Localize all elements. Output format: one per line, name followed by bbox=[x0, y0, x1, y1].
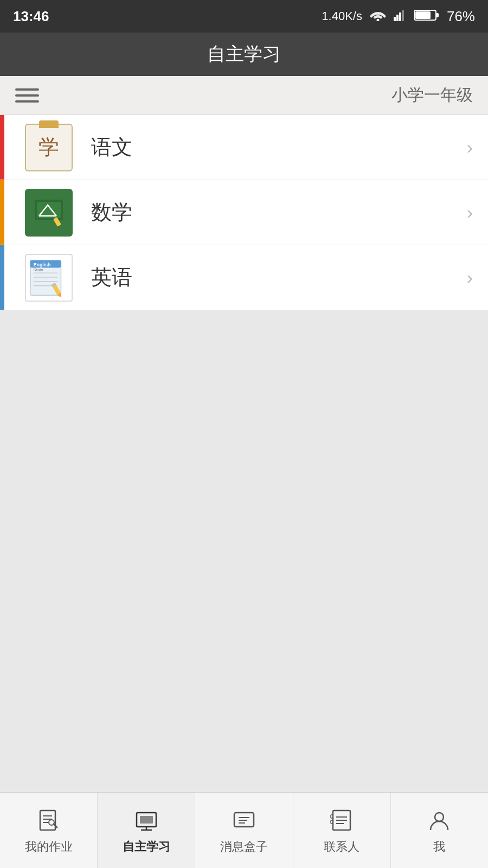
svg-rect-1 bbox=[394, 17, 396, 21]
tab-study[interactable]: 自主学习 bbox=[98, 793, 195, 868]
icon-wrapper-english: English Study bbox=[22, 251, 76, 305]
signal-icon bbox=[394, 8, 407, 25]
subject-item-math[interactable]: 数学 › bbox=[0, 180, 488, 245]
svg-rect-39 bbox=[331, 820, 333, 824]
chevron-chinese: › bbox=[467, 137, 473, 158]
svg-rect-3 bbox=[399, 12, 401, 21]
subject-list: 学 语文 › 数学 › bbox=[0, 115, 488, 310]
subject-name-chinese: 语文 bbox=[91, 133, 467, 161]
battery-icon bbox=[414, 8, 439, 25]
menu-line-1 bbox=[15, 88, 39, 91]
messages-icon bbox=[230, 806, 258, 834]
tab-contacts[interactable]: 联系人 bbox=[293, 793, 391, 868]
menu-line-2 bbox=[15, 94, 39, 97]
menu-button[interactable] bbox=[15, 88, 39, 103]
svg-text:English: English bbox=[34, 262, 51, 267]
homework-icon bbox=[35, 806, 63, 834]
tab-me[interactable]: 我 bbox=[391, 793, 488, 868]
svg-point-0 bbox=[376, 18, 379, 21]
svg-rect-7 bbox=[415, 11, 431, 19]
svg-rect-4 bbox=[402, 10, 404, 21]
svg-point-28 bbox=[49, 820, 54, 825]
chinese-icon: 学 bbox=[25, 124, 73, 171]
svg-rect-2 bbox=[396, 15, 399, 21]
network-speed: 1.40K/s bbox=[322, 9, 362, 23]
svg-text:Study: Study bbox=[34, 268, 43, 272]
tab-study-label: 自主学习 bbox=[123, 839, 170, 855]
page-title: 自主学习 bbox=[207, 42, 281, 67]
contacts-icon bbox=[328, 806, 356, 834]
me-icon bbox=[425, 806, 453, 834]
tab-me-label: 我 bbox=[433, 839, 445, 855]
wifi-icon bbox=[370, 8, 386, 25]
menu-line-3 bbox=[15, 100, 39, 103]
title-bar: 自主学习 bbox=[0, 33, 488, 76]
status-bar: 13:46 1.40K/s 76% bbox=[0, 0, 488, 33]
tab-homework-label: 我的作业 bbox=[25, 839, 73, 855]
subject-name-math: 数学 bbox=[91, 199, 467, 226]
grade-label: 小学一年级 bbox=[391, 84, 473, 106]
sub-header: 小学一年级 bbox=[0, 76, 488, 115]
battery-percent: 76% bbox=[447, 8, 475, 25]
icon-wrapper-chinese: 学 bbox=[22, 120, 76, 175]
status-time: 13:46 bbox=[13, 8, 49, 25]
svg-rect-30 bbox=[140, 816, 153, 824]
svg-rect-6 bbox=[436, 13, 439, 17]
study-icon bbox=[132, 806, 160, 834]
subject-item-chinese[interactable]: 学 语文 › bbox=[0, 115, 488, 180]
tab-messages[interactable]: 消息盒子 bbox=[195, 793, 293, 868]
chevron-english: › bbox=[467, 267, 473, 288]
subject-item-english[interactable]: English Study 英语 › bbox=[0, 245, 488, 310]
main-content bbox=[0, 310, 488, 792]
status-right: 1.40K/s 76% bbox=[322, 8, 475, 25]
subject-name-english: 英语 bbox=[91, 264, 467, 291]
accent-bar-english bbox=[0, 245, 4, 310]
tab-messages-label: 消息盒子 bbox=[220, 839, 268, 855]
icon-wrapper-math bbox=[22, 186, 76, 240]
english-icon: English Study bbox=[25, 254, 73, 302]
accent-bar-chinese bbox=[0, 115, 4, 180]
chevron-math: › bbox=[467, 202, 473, 223]
tab-contacts-label: 联系人 bbox=[324, 839, 359, 855]
math-icon bbox=[25, 189, 73, 237]
tab-homework[interactable]: 我的作业 bbox=[0, 793, 98, 868]
accent-bar-math bbox=[0, 180, 4, 245]
svg-rect-38 bbox=[331, 815, 333, 818]
tab-bar: 我的作业 自主学习 消息盒子 bbox=[0, 792, 488, 868]
svg-point-43 bbox=[435, 813, 444, 821]
